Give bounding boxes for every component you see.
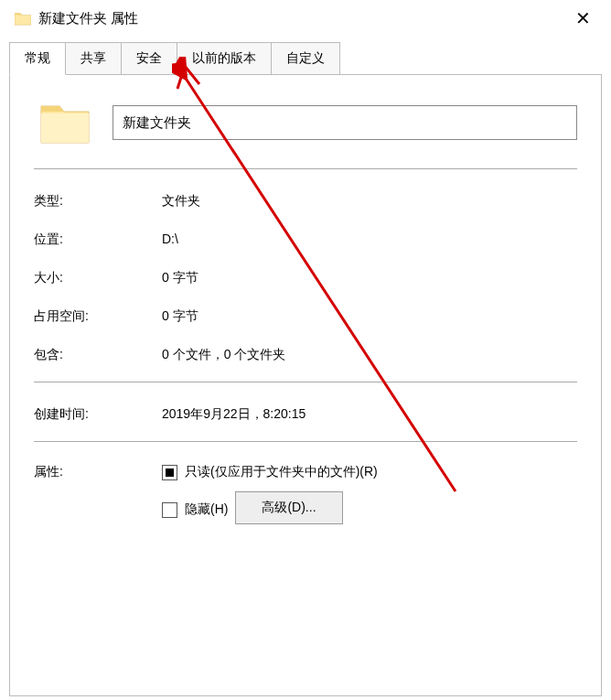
tab-general[interactable]: 常规 — [9, 42, 66, 75]
separator — [34, 441, 577, 442]
general-panel: 类型: 文件夹 位置: D:\ 大小: 0 字节 占用空间: 0 字节 包含: … — [9, 74, 602, 696]
tab-previous-versions[interactable]: 以前的版本 — [177, 42, 272, 74]
folder-name-input[interactable] — [113, 105, 577, 140]
location-label: 位置: — [34, 232, 162, 248]
size-label: 大小: — [34, 270, 162, 286]
diskspace-value: 0 字节 — [162, 308, 577, 325]
diskspace-label: 占用空间: — [34, 308, 162, 325]
contains-label: 包含: — [34, 347, 162, 363]
created-label: 创建时间: — [34, 406, 162, 423]
contains-value: 0 个文件，0 个文件夹 — [162, 347, 577, 363]
folder-large-icon — [39, 101, 91, 145]
readonly-label: 只读(仅应用于文件夹中的文件)(R) — [185, 464, 378, 480]
location-value: D:\ — [162, 232, 577, 248]
type-value: 文件夹 — [162, 193, 577, 210]
separator — [34, 168, 577, 169]
tab-custom[interactable]: 自定义 — [271, 42, 340, 74]
window-title: 新建文件夹 属性 — [38, 10, 564, 27]
advanced-button[interactable]: 高级(D)... — [235, 491, 342, 524]
hidden-label: 隐藏(H) — [185, 501, 228, 518]
size-value: 0 字节 — [162, 270, 577, 286]
titlebar: 新建文件夹 属性 ✕ — [0, 0, 611, 37]
tab-share[interactable]: 共享 — [65, 42, 122, 74]
hidden-checkbox[interactable] — [162, 502, 177, 518]
created-value: 2019年9月22日，8:20:15 — [162, 406, 577, 423]
separator — [34, 382, 577, 382]
tab-bar: 常规 共享 安全 以前的版本 自定义 — [9, 42, 602, 74]
tab-security[interactable]: 安全 — [121, 42, 177, 74]
attributes-label: 属性: — [34, 464, 162, 480]
close-button[interactable]: ✕ — [564, 7, 602, 29]
folder-icon — [15, 11, 31, 26]
type-label: 类型: — [34, 193, 162, 210]
readonly-checkbox[interactable] — [162, 465, 177, 480]
